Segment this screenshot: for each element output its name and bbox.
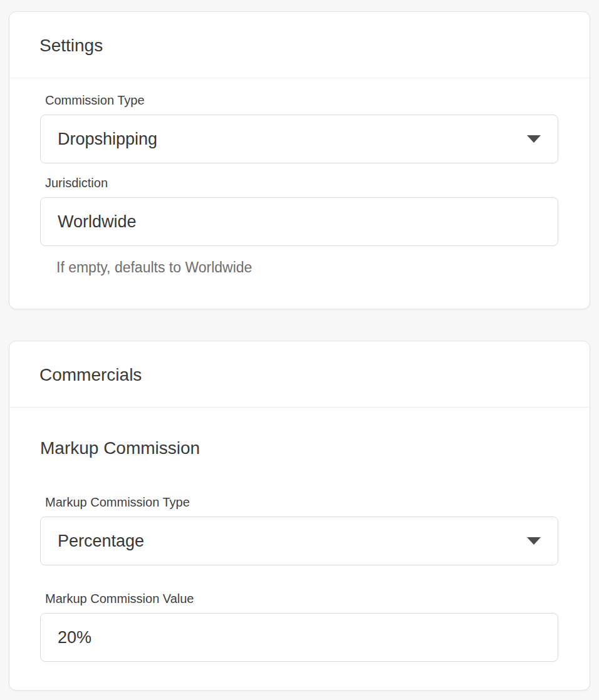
markup-commission-type-selected-value: Percentage	[58, 532, 144, 551]
settings-card-header: Settings	[9, 12, 590, 78]
markup-commission-value-field: Markup Commission Value	[40, 590, 558, 662]
markup-commission-type-label: Markup Commission Type	[45, 494, 558, 510]
commission-type-select[interactable]: Dropshipping	[40, 115, 558, 163]
commercials-card-title: Commercials	[39, 364, 560, 386]
jurisdiction-field: Jurisdiction If empty, defaults to World…	[40, 175, 558, 276]
markup-commission-section-title: Markup Commission	[40, 438, 558, 459]
commercials-card-body: Markup Commission Markup Commission Type…	[9, 408, 590, 690]
chevron-down-icon	[527, 537, 541, 545]
commercials-card: Commercials Markup Commission Markup Com…	[9, 341, 590, 691]
commercials-card-header: Commercials	[9, 341, 590, 408]
jurisdiction-label: Jurisdiction	[45, 175, 558, 191]
commission-type-field: Commission Type Dropshipping	[40, 92, 558, 163]
settings-card: Settings Commission Type Dropshipping Ju…	[9, 11, 590, 309]
jurisdiction-input[interactable]	[40, 197, 558, 246]
settings-card-body: Commission Type Dropshipping Jurisdictio…	[9, 78, 590, 309]
markup-commission-value-input[interactable]	[40, 613, 558, 662]
settings-page: Settings Commission Type Dropshipping Ju…	[0, 0, 599, 700]
commission-type-selected-value: Dropshipping	[58, 130, 157, 149]
markup-commission-type-field: Markup Commission Type Percentage	[40, 494, 558, 565]
settings-card-title: Settings	[39, 34, 560, 57]
chevron-down-icon	[527, 135, 541, 143]
markup-commission-value-label: Markup Commission Value	[45, 590, 558, 607]
jurisdiction-helper-text: If empty, defaults to Worldwide	[56, 259, 558, 276]
markup-commission-type-select[interactable]: Percentage	[40, 517, 558, 565]
commission-type-label: Commission Type	[45, 92, 558, 108]
